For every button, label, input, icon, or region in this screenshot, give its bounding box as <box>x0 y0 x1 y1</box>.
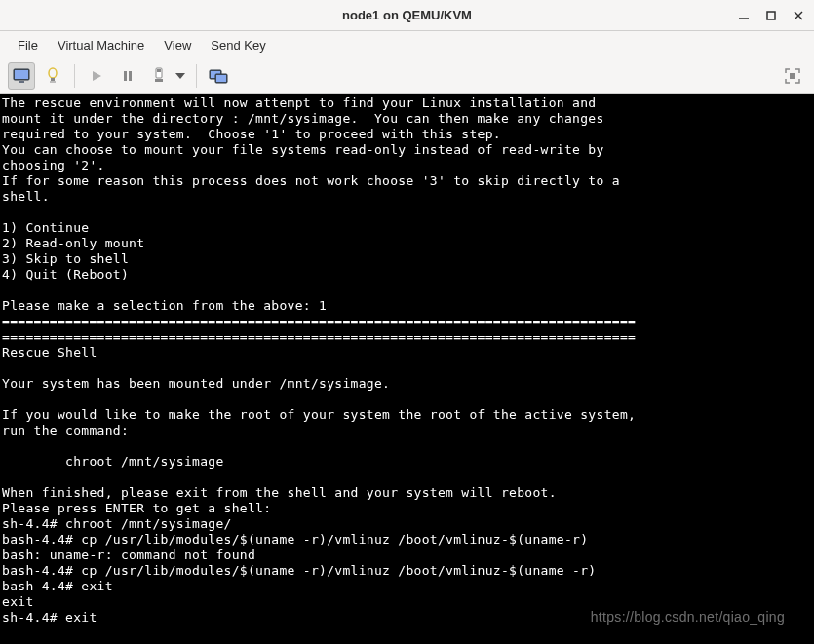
svg-rect-12 <box>129 71 132 81</box>
window-controls <box>736 8 806 23</box>
toolbar-right <box>779 62 806 90</box>
snapshot-button[interactable] <box>205 62 232 90</box>
terminal-content: The rescue environment will now attempt … <box>2 95 636 625</box>
toolbar <box>0 58 814 94</box>
fullscreen-button[interactable] <box>779 62 806 90</box>
toolbar-separator-2 <box>196 64 197 88</box>
svg-rect-11 <box>124 71 127 81</box>
pause-button[interactable] <box>114 62 141 90</box>
minimize-button[interactable] <box>736 8 752 23</box>
shutdown-button[interactable] <box>145 62 173 90</box>
svg-rect-14 <box>157 69 161 72</box>
titlebar: node1 on QEMU/KVM <box>0 0 814 31</box>
close-button[interactable] <box>791 8 806 23</box>
watermark: https://blog.csdn.net/qiao_qing <box>591 609 785 625</box>
svg-rect-20 <box>216 75 226 82</box>
svg-point-7 <box>49 68 57 78</box>
svg-rect-6 <box>19 81 24 83</box>
shutdown-dropdown-arrow[interactable] <box>173 62 188 90</box>
maximize-button[interactable] <box>763 8 779 23</box>
toolbar-separator <box>74 64 75 88</box>
svg-rect-15 <box>155 79 163 82</box>
svg-rect-5 <box>15 70 28 79</box>
svg-rect-21 <box>790 73 795 79</box>
play-button[interactable] <box>83 62 110 90</box>
shutdown-dropdown[interactable] <box>145 62 188 90</box>
console-button[interactable] <box>8 62 35 90</box>
info-button[interactable] <box>39 62 66 90</box>
svg-rect-1 <box>767 12 775 19</box>
svg-rect-8 <box>51 78 55 81</box>
svg-marker-16 <box>175 73 185 79</box>
menu-file[interactable]: File <box>8 34 48 57</box>
menubar: File Virtual Machine View Send Key <box>0 31 814 58</box>
svg-marker-10 <box>93 71 101 81</box>
window-title: node1 on QEMU/KVM <box>342 8 472 22</box>
menu-virtual-machine[interactable]: Virtual Machine <box>48 34 154 57</box>
menu-send-key[interactable]: Send Key <box>201 34 275 57</box>
menu-view[interactable]: View <box>154 34 201 57</box>
terminal[interactable]: The rescue environment will now attempt … <box>0 94 814 644</box>
